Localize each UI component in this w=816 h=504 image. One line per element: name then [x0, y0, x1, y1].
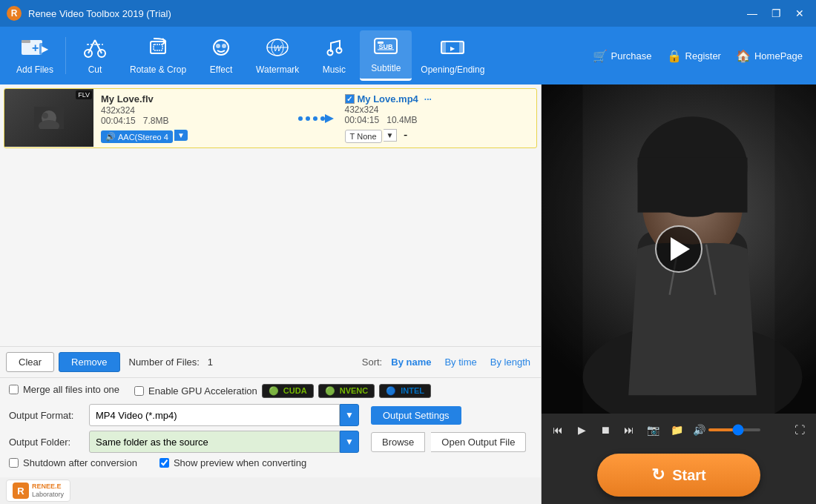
- folder-select-wrap: ▼: [89, 431, 359, 453]
- output-subtitle-dash: -: [404, 128, 407, 142]
- app-logo: R: [6, 5, 22, 21]
- sort-by-time-button[interactable]: By time: [440, 355, 481, 369]
- sort-by-length-button[interactable]: By length: [486, 355, 535, 369]
- file-thumbnail: FLV: [4, 89, 93, 147]
- toolbar-effect[interactable]: Effect: [195, 30, 247, 81]
- open-output-button[interactable]: Open Output File: [431, 432, 526, 452]
- preview-checkbox-row: Show preview when converting: [159, 457, 306, 468]
- volume-control: 🔊: [693, 424, 760, 436]
- svg-rect-50: [542, 84, 583, 414]
- folder-dropdown-button[interactable]: ▼: [340, 431, 359, 453]
- watermark-icon: W: [265, 37, 290, 62]
- effect-icon: [210, 37, 232, 62]
- subtitle-track-button[interactable]: T None: [345, 130, 382, 143]
- thumb-overlay: FLV: [76, 90, 92, 99]
- refresh-icon: ↻: [651, 465, 665, 485]
- file-list: FLV My Love.flv 432x324 00:04:15 7.8MB: [0, 84, 541, 346]
- stop-button[interactable]: ⏹: [595, 420, 616, 440]
- rotate-crop-icon: [146, 37, 170, 62]
- svg-rect-3: [22, 40, 30, 43]
- register-button[interactable]: 🔒 Register: [661, 46, 727, 66]
- screenshot-button[interactable]: 📷: [642, 420, 663, 440]
- svg-point-35: [298, 116, 303, 121]
- cut-label: Cut: [88, 64, 102, 75]
- watermark-label: Watermark: [256, 64, 299, 75]
- format-dropdown-button[interactable]: ▼: [340, 404, 359, 426]
- output-format-row: Output Format: MP4 Video (*.mp4) ▼ Outpu…: [9, 404, 532, 426]
- start-label: Start: [672, 467, 706, 484]
- format-select[interactable]: MP4 Video (*.mp4): [89, 404, 340, 426]
- cuda-badge: 🟢 CUDA: [262, 384, 314, 398]
- toolbar-music[interactable]: Music: [308, 30, 360, 81]
- lock-icon: 🔒: [667, 49, 682, 63]
- remove-button[interactable]: Remove: [59, 352, 119, 372]
- folder-button[interactable]: 📁: [666, 420, 687, 440]
- volume-slider[interactable]: [708, 428, 760, 431]
- restore-button[interactable]: ❐: [766, 3, 786, 24]
- output-folder-row: Output Folder: ▼ Browse Open Output File: [9, 431, 532, 453]
- svg-rect-28: [441, 42, 446, 53]
- video-preview: [542, 84, 816, 414]
- sort-by-name-button[interactable]: By name: [386, 355, 435, 369]
- folder-input[interactable]: [89, 431, 340, 453]
- start-button[interactable]: ↻ Start: [597, 454, 760, 497]
- sort-label: Sort:: [362, 357, 382, 368]
- start-button-area: ↻ Start: [542, 446, 816, 504]
- svg-point-16: [222, 44, 226, 48]
- toolbar-right-actions: 🛒 Purchase 🔒 Register 🏠 HomePage: [587, 46, 809, 66]
- clear-button[interactable]: Clear: [6, 352, 54, 372]
- left-panel: FLV My Love.flv 432x324 00:04:15 7.8MB: [0, 84, 542, 504]
- preview-checkbox[interactable]: [159, 458, 169, 468]
- output-checkbox[interactable]: ✓: [345, 94, 355, 104]
- audio-track-button[interactable]: 🔊 AAC(Stereo 4: [101, 130, 173, 143]
- browse-button[interactable]: Browse: [371, 432, 425, 452]
- cut-icon: [84, 37, 106, 62]
- toolbar-rotate-crop[interactable]: Rotate & Crop: [121, 30, 195, 81]
- bottom-strip: R RENEE.E Laboratory: [0, 477, 541, 504]
- skip-forward-button[interactable]: ⏭: [619, 420, 639, 440]
- add-files-label: Add Files: [16, 64, 53, 75]
- minimize-button[interactable]: —: [742, 3, 763, 24]
- svg-text:▶: ▶: [42, 44, 48, 54]
- cart-icon: 🛒: [593, 49, 608, 63]
- play-triangle-icon: [671, 237, 690, 261]
- toolbar-add-files[interactable]: + ▶ Add Files: [7, 30, 62, 81]
- title-bar: R Renee Video Toolbox 2019 (Trial) — ❐ ✕: [0, 0, 816, 27]
- music-icon: [323, 37, 344, 62]
- text-icon: T: [350, 132, 355, 141]
- output-more-btn[interactable]: ···: [421, 94, 435, 105]
- toolbar-opening-ending[interactable]: ▶ Opening/Ending: [412, 30, 493, 81]
- svg-text:R: R: [11, 8, 18, 19]
- play-pause-button[interactable]: ▶: [571, 420, 592, 440]
- purchase-button[interactable]: 🛒 Purchase: [587, 46, 658, 66]
- svg-rect-29: [459, 42, 464, 53]
- toolbar-watermark[interactable]: W Watermark: [247, 30, 308, 81]
- toolbar-cut[interactable]: Cut: [69, 30, 121, 81]
- fullscreen-button[interactable]: ⛶: [789, 420, 810, 440]
- merge-checkbox[interactable]: [9, 385, 19, 394]
- svg-point-15: [216, 44, 220, 48]
- gpu-checkbox[interactable]: [134, 386, 144, 396]
- opening-ending-icon: ▶: [440, 37, 465, 62]
- source-dims: 432x324: [101, 105, 286, 116]
- volume-icon: 🔊: [693, 424, 705, 436]
- audio-track-dropdown[interactable]: ▼: [174, 130, 188, 141]
- video-controls: ⏮ ▶ ⏹ ⏭ 📷 📁 🔊 ⛶: [542, 414, 816, 446]
- gpu-row: Enable GPU Acceleration 🟢 CUDA 🟢 NVENC 🔵…: [134, 384, 431, 398]
- skip-back-button[interactable]: ⏮: [547, 420, 568, 440]
- file-count: Number of Files: 1: [129, 357, 213, 368]
- toolbar-subtitle[interactable]: SUB Subtitle: [360, 30, 412, 81]
- output-duration: 00:04:15 10.4MB: [345, 115, 530, 125]
- output-settings-button[interactable]: Output Settings: [371, 406, 461, 425]
- play-button[interactable]: [655, 225, 703, 273]
- svg-text:W: W: [274, 44, 283, 53]
- close-button[interactable]: ✕: [789, 3, 810, 24]
- homepage-button[interactable]: 🏠 HomePage: [730, 46, 809, 66]
- renee-logo-icon: R: [13, 483, 29, 499]
- svg-rect-51: [775, 84, 817, 414]
- svg-text:R: R: [17, 485, 24, 497]
- svg-text:▶: ▶: [450, 45, 455, 52]
- shutdown-checkbox[interactable]: [9, 458, 19, 468]
- subtitle-track-dropdown[interactable]: ▼: [384, 129, 398, 142]
- shutdown-preview-row: Shutdown after conversion Show preview w…: [9, 457, 532, 471]
